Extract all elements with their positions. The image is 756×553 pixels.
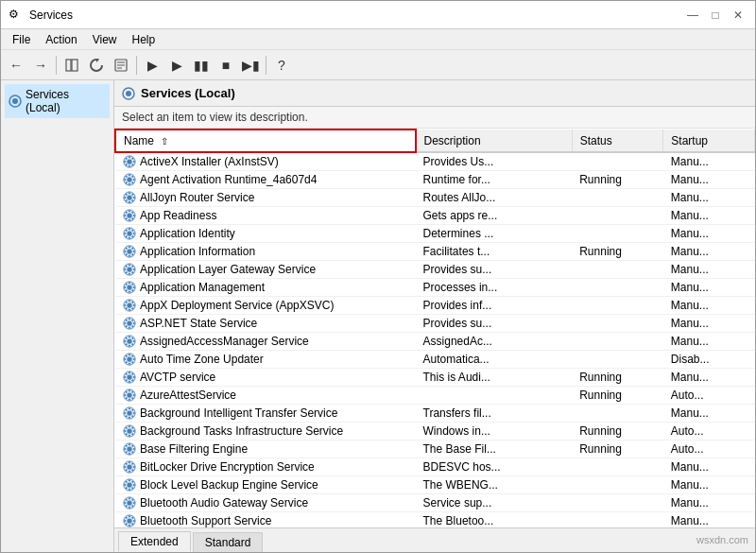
- properties-button[interactable]: [110, 54, 132, 77]
- table-row[interactable]: Application ManagementProcesses in...Man…: [115, 279, 755, 297]
- table-row[interactable]: ActiveX Installer (AxInstSV)Provides Us.…: [115, 152, 755, 171]
- svg-point-211: [127, 518, 131, 523]
- service-status: [572, 476, 663, 494]
- svg-point-32: [129, 192, 130, 194]
- svg-point-159: [126, 415, 128, 417]
- service-description: The Base Fil...: [416, 441, 573, 458]
- svg-point-218: [131, 517, 133, 519]
- col-name[interactable]: Name ⇧: [115, 130, 416, 152]
- service-status: [572, 279, 663, 297]
- svg-point-95: [133, 304, 135, 306]
- table-row[interactable]: AssignedAccessManager ServiceAssignedAc.…: [115, 333, 755, 351]
- col-description[interactable]: Description: [416, 130, 573, 152]
- service-startup: Manu...: [663, 261, 755, 279]
- service-status: [572, 405, 663, 423]
- table-row[interactable]: App ReadinessGets apps re...Manu...: [115, 207, 755, 225]
- svg-point-214: [124, 520, 126, 522]
- play2-button[interactable]: ▶: [165, 54, 188, 77]
- table-row[interactable]: AllJoyn Router ServiceRoutes AllJo...Man…: [115, 189, 755, 207]
- table-row[interactable]: ASP.NET State ServiceProvides su...Manu.…: [115, 315, 755, 333]
- service-name-text: Auto Time Zone Updater: [140, 353, 264, 366]
- svg-point-26: [126, 176, 128, 178]
- pause-button[interactable]: ▮▮: [190, 54, 213, 77]
- play-button[interactable]: ▶: [141, 54, 163, 77]
- svg-point-132: [129, 372, 130, 373]
- table-row[interactable]: Background Tasks Infrastructure ServiceW…: [115, 423, 755, 441]
- table-row[interactable]: AzureAttestServiceRunningAuto...: [115, 387, 755, 405]
- maximize-button[interactable]: □: [706, 6, 725, 25]
- svg-point-216: [126, 517, 128, 519]
- svg-point-108: [131, 320, 133, 321]
- bottom-tabs: Extended Standard: [114, 527, 755, 552]
- table-row[interactable]: AVCTP serviceThis is Audi...RunningManu.…: [115, 369, 755, 387]
- table-row[interactable]: BitLocker Drive Encryption ServiceBDESVC…: [115, 458, 755, 476]
- menu-action[interactable]: Action: [38, 31, 84, 48]
- table-row[interactable]: Background Intelligent Transfer ServiceT…: [115, 405, 755, 423]
- table-row[interactable]: AppX Deployment Service (AppXSVC)Provide…: [115, 297, 755, 315]
- show-hide-button[interactable]: [60, 54, 83, 77]
- table-row[interactable]: Application Layer Gateway ServiceProvide…: [115, 261, 755, 279]
- right-panel: Services (Local) Select an item to view …: [114, 80, 755, 552]
- svg-point-37: [131, 199, 133, 201]
- close-button[interactable]: ✕: [729, 6, 747, 25]
- table-row[interactable]: Application IdentityDetermines ...Manu..…: [115, 225, 755, 243]
- help-button[interactable]: ?: [270, 54, 293, 77]
- svg-point-99: [126, 307, 128, 309]
- svg-point-133: [129, 381, 130, 383]
- restart-button[interactable]: ▶▮: [239, 54, 262, 77]
- svg-point-205: [133, 502, 135, 504]
- svg-point-191: [127, 482, 131, 487]
- col-status[interactable]: Status: [572, 130, 663, 152]
- tab-extended[interactable]: Extended: [118, 531, 191, 552]
- service-startup: Manu...: [663, 405, 755, 423]
- title-bar: ⚙ Services — □ ✕: [1, 1, 755, 29]
- svg-point-175: [133, 448, 135, 450]
- service-startup: Manu...: [663, 152, 755, 171]
- forward-button[interactable]: →: [29, 54, 52, 77]
- svg-point-164: [124, 430, 126, 432]
- svg-point-15: [133, 161, 135, 163]
- toolbar-sep-3: [266, 56, 266, 75]
- table-row[interactable]: Base Filtering EngineThe Base Fil...Runn…: [115, 441, 755, 458]
- table-row[interactable]: Bluetooth Audio Gateway ServiceService s…: [115, 494, 755, 512]
- refresh-button[interactable]: [85, 54, 108, 77]
- service-row-icon: [123, 317, 136, 330]
- svg-point-18: [131, 158, 133, 160]
- menu-bar: File Action View Help: [1, 29, 755, 50]
- menu-help[interactable]: Help: [125, 31, 163, 48]
- svg-point-116: [126, 337, 128, 339]
- svg-point-98: [131, 302, 133, 303]
- back-button[interactable]: ←: [5, 54, 27, 77]
- svg-point-124: [124, 358, 126, 360]
- left-panel-services-local[interactable]: Services (Local): [5, 84, 110, 118]
- menu-file[interactable]: File: [5, 31, 38, 48]
- service-name-cell: AssignedAccessManager Service: [123, 335, 408, 348]
- services-table-container[interactable]: Name ⇧ Description Status Startup: [114, 129, 755, 527]
- svg-point-182: [129, 461, 130, 463]
- service-row-icon: [123, 227, 136, 240]
- service-status: [572, 351, 663, 369]
- svg-point-167: [131, 433, 133, 435]
- table-row[interactable]: Auto Time Zone UpdaterAutomatica...Disab…: [115, 351, 755, 369]
- service-startup: Manu...: [663, 458, 755, 476]
- tab-standard[interactable]: Standard: [193, 532, 264, 552]
- service-status: [572, 207, 663, 225]
- table-row[interactable]: Block Level Backup Engine ServiceThe WBE…: [115, 476, 755, 494]
- service-name-text: AllJoyn Router Service: [140, 191, 254, 204]
- menu-view[interactable]: View: [85, 31, 125, 48]
- svg-point-25: [133, 179, 135, 181]
- svg-point-189: [126, 469, 128, 471]
- svg-point-217: [131, 523, 133, 525]
- svg-point-105: [133, 322, 135, 324]
- table-row[interactable]: Agent Activation Runtime_4a607d4Runtime …: [115, 171, 755, 189]
- svg-point-193: [129, 489, 130, 491]
- table-row[interactable]: Application InformationFacilitates t...R…: [115, 243, 755, 261]
- svg-point-197: [131, 487, 133, 489]
- service-name-text: AzureAttestService: [140, 389, 236, 402]
- svg-point-62: [129, 246, 130, 248]
- stop-button[interactable]: ■: [215, 54, 237, 77]
- svg-point-41: [127, 213, 131, 217]
- col-startup[interactable]: Startup: [663, 130, 755, 152]
- table-row[interactable]: Bluetooth Support ServiceThe Bluetoo...M…: [115, 512, 755, 528]
- minimize-button[interactable]: —: [683, 6, 702, 25]
